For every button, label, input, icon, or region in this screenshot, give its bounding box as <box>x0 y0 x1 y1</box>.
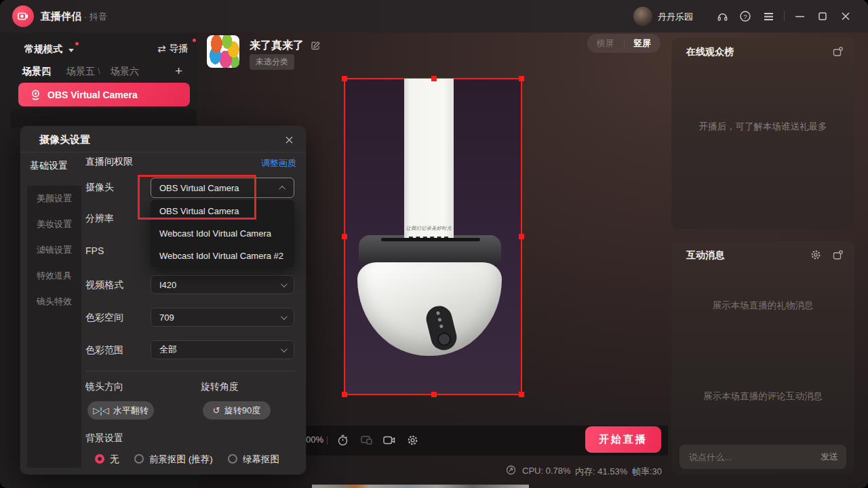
framerate: 帧率:30 <box>632 466 662 478</box>
colorrange-label: 色彩范围 <box>85 344 123 357</box>
chevron-down-icon <box>281 313 288 320</box>
chevron-down-icon <box>68 49 74 52</box>
username: 丹丹乐园 <box>658 11 693 23</box>
flip-horizontal-button[interactable]: ▷¦◁ 水平翻转 <box>87 401 154 420</box>
taskbar-sliver <box>312 485 529 488</box>
rotation-label: 旋转角度 <box>201 381 239 393</box>
tab-basic-settings[interactable]: 基础设置 <box>30 160 68 172</box>
tab-scene-6[interactable]: 场景六 <box>111 66 139 78</box>
mode-notification-dot <box>75 42 79 45</box>
zoom-level: 00% <box>306 434 323 445</box>
rotate-90-icon: ↺ <box>213 405 220 415</box>
colorrange-select-value: 全部 <box>159 344 281 356</box>
popout-icon[interactable] <box>832 46 844 58</box>
landscape-option[interactable]: 横屏 <box>587 37 624 49</box>
resize-handle-n[interactable] <box>431 76 437 81</box>
menu-icon[interactable] <box>761 9 776 23</box>
resize-handle-se[interactable] <box>519 392 524 397</box>
tab-scene-4[interactable]: 场景四 <box>22 66 51 78</box>
titlebar-divider <box>784 11 785 21</box>
format-select[interactable]: I420 <box>151 275 294 294</box>
dialog-header-divider <box>20 152 306 152</box>
direction-label: 镜头方向 <box>85 381 123 393</box>
orientation-toggle: 横屏 竖屏 <box>587 34 660 53</box>
user-avatar[interactable] <box>633 7 652 26</box>
radio-bg-greenscreen-label[interactable]: 绿幕抠图 <box>243 453 279 466</box>
radio-bg-none[interactable] <box>95 454 104 464</box>
preview-canvas[interactable]: 让我们记录美好时光 <box>344 78 522 395</box>
room-title: 来了真来了 <box>250 39 304 53</box>
switch-arrows-icon: ⇄ <box>157 43 166 55</box>
radio-bg-foreground[interactable] <box>134 454 144 464</box>
dropdown-option-webcast[interactable]: Webcast Idol Virtual Camera <box>151 222 294 245</box>
dropdown-option-webcast2[interactable]: Webcast Idol Virtual Camera #2 <box>151 245 294 267</box>
colorspace-select-value: 709 <box>159 312 281 323</box>
resize-handle-sw[interactable] <box>342 392 347 397</box>
viewers-title: 在线观众榜 <box>686 46 734 58</box>
toolbar-divider <box>327 436 328 445</box>
radio-bg-none-label[interactable]: 无 <box>110 453 119 466</box>
director-button[interactable]: ⇄ 导播 <box>157 43 189 55</box>
tab-beauty-settings[interactable]: 美颜设置 <box>27 192 81 205</box>
tab-lens-effects[interactable]: 镜头特效 <box>27 296 81 308</box>
room-cover-image[interactable] <box>207 35 239 68</box>
edit-title-icon[interactable] <box>311 41 321 51</box>
portrait-option[interactable]: 竖屏 <box>625 37 661 49</box>
resize-handle-s[interactable] <box>431 392 437 397</box>
camera-toggle-icon[interactable] <box>382 434 396 447</box>
add-scene-button[interactable]: + <box>175 64 182 79</box>
permission-label: 直播间权限 <box>85 156 133 168</box>
radio-bg-greenscreen[interactable] <box>228 454 237 464</box>
tab-filter-settings[interactable]: 滤镜设置 <box>27 244 81 256</box>
colorrange-select[interactable]: 全部 <box>151 340 294 359</box>
tab-effect-props[interactable]: 特效道具 <box>27 270 81 282</box>
receipt-text: 让我们记录美好时光 <box>404 225 454 232</box>
interactive-messages-card: 互动消息 展示本场直播的礼物消息 展示本场直播的评论互动消息 发送 <box>671 241 854 474</box>
gift-messages-placeholder: 展示本场直播的礼物消息 <box>671 300 854 312</box>
start-streaming-button[interactable]: 开始直播 <box>585 426 661 453</box>
resize-handle-e[interactable] <box>519 234 524 239</box>
format-select-value: I420 <box>159 280 281 290</box>
minimize-button[interactable] <box>792 9 807 23</box>
dialog-close-icon[interactable] <box>282 133 296 146</box>
tab-scene-5[interactable]: 场景五 <box>66 66 95 78</box>
comment-messages-placeholder: 展示本场直播的评论互动消息 <box>671 390 854 403</box>
chat-input-box: 发送 <box>679 445 846 469</box>
message-settings-gear-icon[interactable] <box>810 249 822 261</box>
svg-text:?: ? <box>743 13 747 20</box>
resize-handle-w[interactable] <box>342 234 347 239</box>
receipt-paper: 让我们记录美好时光 <box>404 79 454 241</box>
printer-slot <box>381 238 480 241</box>
colorspace-select[interactable]: 709 <box>151 308 294 327</box>
viewers-placeholder: 开播后，可了解本场谁送礼最多 <box>671 121 854 133</box>
printer-control-panel <box>424 303 460 352</box>
maximize-button[interactable] <box>815 9 830 23</box>
rotate-90-button[interactable]: ↺ 旋转90度 <box>203 401 271 420</box>
dialog-tab-column: 美颜设置 美妆设置 滤镜设置 特效道具 镜头特效 <box>27 186 81 468</box>
resize-handle-ne[interactable] <box>519 76 524 81</box>
send-button[interactable]: 发送 <box>821 451 838 463</box>
radio-bg-foreground-label[interactable]: 前景抠图 (推荐) <box>149 453 213 466</box>
start-streaming-label: 开始直播 <box>599 433 648 446</box>
close-button[interactable] <box>838 9 853 23</box>
help-icon[interactable]: ? <box>738 9 753 23</box>
source-label: OBS Virtual Camera <box>47 89 138 100</box>
chevron-down-icon <box>281 346 288 352</box>
popout-icon[interactable] <box>832 249 844 261</box>
screen-share-icon[interactable] <box>359 434 373 447</box>
settings-gear-icon[interactable] <box>406 434 419 447</box>
flip-horizontal-icon: ▷¦◁ <box>93 405 108 415</box>
mode-selector[interactable]: 常规模式 <box>24 43 62 56</box>
resize-handle-nw[interactable] <box>342 76 347 81</box>
dialog-section-divider <box>85 371 296 371</box>
tab-makeup-settings[interactable]: 美妆设置 <box>27 218 81 230</box>
app-title: 直播伴侣 <box>41 10 81 23</box>
source-obs-virtual-camera[interactable]: OBS Virtual Camera <box>18 83 190 106</box>
colorspace-label: 色彩空间 <box>85 312 123 324</box>
chat-input[interactable] <box>688 451 821 463</box>
category-badge[interactable]: 未选分类 <box>250 54 294 70</box>
adjust-quality-link[interactable]: 调整画质 <box>261 157 296 169</box>
support-headset-icon[interactable] <box>715 9 730 23</box>
webcam-icon <box>31 89 41 100</box>
reset-timer-icon[interactable] <box>336 434 349 447</box>
